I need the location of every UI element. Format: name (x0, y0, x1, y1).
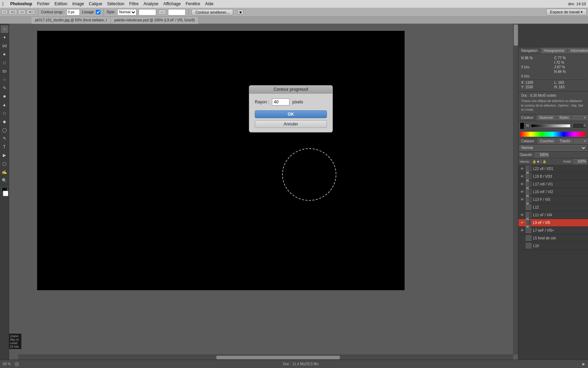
layer-eye-icon[interactable]: 👁 (520, 167, 525, 171)
layer-eye-icon[interactable]: 👁 (520, 229, 525, 232)
lasso-tool[interactable]: ⒲ (1, 42, 8, 50)
tool-btn-sub[interactable]: -□ (18, 9, 26, 15)
layers-header-tabs: Calques Couches Tracés ✕ (518, 138, 588, 144)
layer-name: L5 fond de ciel (533, 236, 556, 240)
shape-tool[interactable]: ▢ (1, 160, 8, 168)
hand-tool[interactable]: ✍ (1, 168, 8, 176)
history-brush-tool[interactable]: ▲ (1, 101, 8, 109)
aspect-btn[interactable]: ↔ (158, 9, 166, 15)
tab-1[interactable]: pk017-101_dss9m.jpg @ 50% (fond stellair… (31, 17, 111, 24)
crop-tool[interactable]: □ (1, 59, 8, 67)
tab-histogramme[interactable]: Histogramme (541, 48, 567, 54)
layers-panel-close[interactable]: ✕ (582, 138, 588, 144)
stamp-tool[interactable]: ■ (1, 93, 8, 100)
layer-item[interactable]: 👁L17 m8 / VI1 (518, 180, 588, 188)
app-name[interactable]: Photoshop (10, 1, 32, 6)
marquee-tool[interactable]: ○ (1, 25, 8, 33)
path-select-tool[interactable]: ▶ (1, 151, 8, 159)
heal-tool[interactable]: ○ (1, 76, 8, 83)
color-panel-close[interactable]: ✕ (582, 115, 588, 121)
layer-item[interactable]: L10 (518, 242, 588, 250)
lissage-checkbox[interactable] (96, 10, 100, 14)
background-color[interactable] (3, 191, 8, 196)
type-tool[interactable]: T (1, 143, 8, 151)
opacity-input[interactable] (535, 152, 549, 157)
menu-filtre[interactable]: Filtre (129, 1, 139, 6)
layer-item[interactable]: 👁L9 eF / VI5 (518, 219, 588, 227)
blend-mode-select[interactable]: Normal (520, 145, 587, 151)
layer-item[interactable]: 👁L13 F / VI3 (518, 196, 588, 204)
layer-eye-icon[interactable]: 👁 (520, 190, 525, 194)
menu-fichier[interactable]: Fichier (37, 1, 50, 6)
h-cell: H: 163 (554, 85, 586, 89)
tool-btn-inter[interactable]: ×□ (27, 9, 35, 15)
move-tool[interactable]: ✦ (1, 34, 8, 41)
layer-item[interactable]: L12 (518, 204, 588, 211)
layer-eye-icon[interactable]: 👁 (520, 213, 525, 217)
layer-item[interactable]: 👁L7 eeF / VI5+ (518, 227, 588, 234)
eraser-tool[interactable]: □ (1, 109, 8, 117)
statusbar-thumb-icon (14, 362, 19, 367)
selection-ellipse (282, 148, 336, 201)
workspace-button[interactable]: Espace de travail ▾ (546, 9, 587, 15)
tab-navigation[interactable]: Navigation (518, 48, 541, 54)
layer-thumbnail (526, 197, 531, 202)
tab-nuancier[interactable]: Nuancier (537, 115, 556, 121)
layer-item[interactable]: 👁L22 v8 / VD1 (518, 165, 588, 173)
canvas-scrollbar-v[interactable] (513, 24, 518, 355)
cancel-button[interactable]: Annuler (255, 120, 327, 128)
magic-wand-tool[interactable]: ★ (1, 50, 8, 58)
layer-item[interactable]: 👁L19 B / VD3 (518, 173, 588, 180)
color-gradient-bar[interactable] (520, 131, 586, 137)
menu-fenetre[interactable]: Fenêtre (186, 1, 200, 6)
brush-tool[interactable]: ✎ (1, 84, 8, 92)
layer-eye-icon[interactable]: 👁 (520, 198, 525, 202)
mask-btn[interactable]: ■ (237, 9, 244, 15)
menu-edition[interactable]: Edition (55, 1, 68, 6)
eyedropper-tool[interactable]: 🗁 (1, 67, 8, 75)
coords-grid: X: 1165 L: 163 Y: 1530 H: 163 (520, 80, 587, 90)
layer-eye-icon[interactable]: 👁 (520, 182, 525, 186)
contour-input[interactable] (66, 9, 80, 15)
statusbar-arrow-right[interactable]: ▶ (582, 362, 585, 366)
tab-couleur[interactable]: Couleur (518, 115, 537, 121)
ok-button[interactable]: OK (255, 110, 327, 118)
scrollbar-v-thumb[interactable] (514, 25, 518, 46)
menu-selection[interactable]: Sélection (107, 1, 124, 6)
fond-input[interactable] (573, 159, 587, 164)
zoom-tool[interactable]: 🔍 (1, 177, 8, 184)
height-input[interactable] (168, 9, 186, 15)
menu-affichage[interactable]: Affichage (163, 1, 181, 6)
menu-analyse[interactable]: Analyse (144, 1, 159, 6)
color-value-input[interactable] (573, 123, 587, 129)
layer-eye-icon[interactable]: 👁 (520, 175, 525, 178)
tab-calques[interactable]: Calques (518, 138, 537, 144)
canvas-area[interactable]: Contour progressif Rayon : pixels OK Ann… (9, 24, 518, 360)
tool-btn-add[interactable]: +□ (9, 9, 17, 15)
menu-image[interactable]: Image (72, 1, 84, 6)
menu-calque[interactable]: Calque (89, 1, 102, 6)
dodge-tool[interactable]: ◯ (1, 126, 8, 134)
tab-2[interactable]: palette-nebuleuse.psd @ 100% (L9 eF / VI… (111, 17, 198, 24)
gradient-tool[interactable]: ◆ (1, 118, 8, 125)
layer-eye-icon[interactable]: 👁 (520, 221, 525, 225)
i-label: I (554, 61, 555, 64)
scrollbar-h-thumb[interactable] (216, 356, 340, 359)
pen-tool[interactable]: ✎ (1, 135, 8, 142)
tab-informations[interactable]: Informations (568, 48, 588, 54)
tool-btn-new[interactable]: □ (1, 9, 8, 15)
layer-item[interactable]: 👁L11 vF / VI4 (518, 211, 588, 219)
layer-item[interactable]: L5 fond de ciel (518, 234, 588, 242)
menu-aide[interactable]: Aide (205, 1, 214, 6)
improve-button[interactable]: Contour améliorer... (191, 9, 233, 15)
tab-styles[interactable]: Styles (556, 115, 572, 121)
layer-item[interactable]: 👁L15 mF / VI2 (518, 188, 588, 196)
canvas-scrollbar-h[interactable] (18, 355, 513, 360)
tab-traces[interactable]: Tracés (557, 138, 573, 144)
rayon-input[interactable] (272, 98, 289, 105)
tab-couches[interactable]: Couches (537, 138, 557, 144)
foreground-swatch[interactable] (520, 122, 524, 129)
style-select[interactable]: Normal (117, 9, 136, 15)
width-input[interactable] (139, 9, 156, 15)
color-slider[interactable] (531, 124, 570, 128)
